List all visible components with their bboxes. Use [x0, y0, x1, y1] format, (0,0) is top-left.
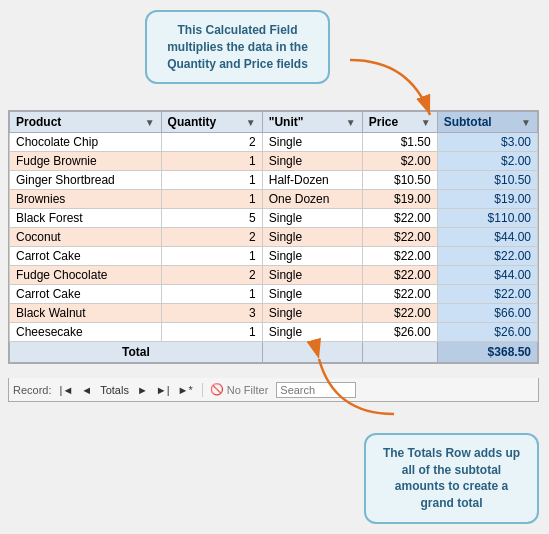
cell-3-row-8: $22.00 — [362, 285, 437, 304]
callout-top: This Calculated Field multiplies the dat… — [145, 10, 330, 84]
table-row: Fudge Brownie1Single$2.00$2.00 — [10, 152, 538, 171]
col-product: Product ▼ — [10, 112, 162, 133]
cell-4-row-4: $110.00 — [437, 209, 537, 228]
cell-4-row-6: $22.00 — [437, 247, 537, 266]
cell-2-row-7: Single — [262, 266, 362, 285]
table-row: Carrot Cake1Single$22.00$22.00 — [10, 247, 538, 266]
table-row: Chocolate Chip2Single$1.50$3.00 — [10, 133, 538, 152]
cell-3-row-4: $22.00 — [362, 209, 437, 228]
cell-0-row-2: Ginger Shortbread — [10, 171, 162, 190]
cell-2-row-4: Single — [262, 209, 362, 228]
table-row: Black Forest5Single$22.00$110.00 — [10, 209, 538, 228]
cell-3-row-10: $26.00 — [362, 323, 437, 342]
table-row: Ginger Shortbread1Half-Dozen$10.50$10.50 — [10, 171, 538, 190]
table-row: Brownies1One Dozen$19.00$19.00 — [10, 190, 538, 209]
cell-2-row-2: Half-Dozen — [262, 171, 362, 190]
cell-3-row-5: $22.00 — [362, 228, 437, 247]
callout-top-text: This Calculated Field multiplies the dat… — [167, 23, 308, 71]
table-row: Fudge Chocolate2Single$22.00$44.00 — [10, 266, 538, 285]
no-filter-area: 🚫 No Filter — [210, 383, 269, 396]
cell-0-row-9: Black Walnut — [10, 304, 162, 323]
nav-totals-label: Totals — [100, 384, 129, 396]
cell-3-row-9: $22.00 — [362, 304, 437, 323]
cell-0-row-4: Black Forest — [10, 209, 162, 228]
cell-0-row-10: Cheesecake — [10, 323, 162, 342]
nav-new-button[interactable]: ►* — [176, 384, 195, 396]
col-quantity: Quantity ▼ — [161, 112, 262, 133]
callout-bottom: The Totals Row adds up all of the subtot… — [364, 433, 539, 524]
cell-2-row-3: One Dozen — [262, 190, 362, 209]
cell-2-row-1: Single — [262, 152, 362, 171]
arrow-top-svg — [330, 55, 450, 130]
record-label: Record: — [13, 384, 52, 396]
cell-2-row-10: Single — [262, 323, 362, 342]
cell-3-row-3: $19.00 — [362, 190, 437, 209]
cell-4-row-8: $22.00 — [437, 285, 537, 304]
filter-product-icon[interactable]: ▼ — [145, 117, 155, 128]
cell-0-row-1: Fudge Brownie — [10, 152, 162, 171]
cell-1-row-2: 1 — [161, 171, 262, 190]
filter-subtotal-icon[interactable]: ▼ — [521, 117, 531, 128]
cell-2-row-8: Single — [262, 285, 362, 304]
cell-3-row-6: $22.00 — [362, 247, 437, 266]
cell-1-row-6: 1 — [161, 247, 262, 266]
table-header-row: Product ▼ Quantity ▼ "Unit" ▼ — [10, 112, 538, 133]
cell-4-row-9: $66.00 — [437, 304, 537, 323]
total-subtotal: $368.50 — [437, 342, 537, 363]
cell-1-row-0: 2 — [161, 133, 262, 152]
table-row: Carrot Cake1Single$22.00$22.00 — [10, 285, 538, 304]
cell-3-row-7: $22.00 — [362, 266, 437, 285]
callout-bottom-text: The Totals Row adds up all of the subtot… — [383, 446, 520, 510]
cell-1-row-7: 2 — [161, 266, 262, 285]
cell-2-row-0: Single — [262, 133, 362, 152]
cell-4-row-2: $10.50 — [437, 171, 537, 190]
no-filter-label: No Filter — [227, 384, 269, 396]
cell-4-row-0: $3.00 — [437, 133, 537, 152]
cell-1-row-4: 5 — [161, 209, 262, 228]
table-row: Cheesecake1Single$26.00$26.00 — [10, 323, 538, 342]
cell-1-row-3: 1 — [161, 190, 262, 209]
cell-1-row-10: 1 — [161, 323, 262, 342]
table-row: Coconut2Single$22.00$44.00 — [10, 228, 538, 247]
cell-0-row-3: Brownies — [10, 190, 162, 209]
cell-4-row-7: $44.00 — [437, 266, 537, 285]
cell-0-row-7: Fudge Chocolate — [10, 266, 162, 285]
cell-3-row-0: $1.50 — [362, 133, 437, 152]
nav-bar: Record: |◄ ◄ Totals ► ►| ►* 🚫 No Filter — [8, 378, 539, 402]
cell-1-row-1: 1 — [161, 152, 262, 171]
cell-0-row-5: Coconut — [10, 228, 162, 247]
total-label: Total — [10, 342, 263, 363]
cell-2-row-6: Single — [262, 247, 362, 266]
main-container: This Calculated Field multiplies the dat… — [0, 0, 549, 534]
nav-last-button[interactable]: ►| — [154, 384, 172, 396]
cell-4-row-1: $2.00 — [437, 152, 537, 171]
cell-3-row-2: $10.50 — [362, 171, 437, 190]
cell-2-row-5: Single — [262, 228, 362, 247]
cell-1-row-9: 3 — [161, 304, 262, 323]
cell-2-row-9: Single — [262, 304, 362, 323]
nav-divider — [202, 383, 203, 397]
arrow-bottom-svg — [314, 349, 414, 419]
cell-0-row-6: Carrot Cake — [10, 247, 162, 266]
nav-first-button[interactable]: |◄ — [58, 384, 76, 396]
table-body: Chocolate Chip2Single$1.50$3.00Fudge Bro… — [10, 133, 538, 342]
nav-next-button[interactable]: ► — [135, 384, 150, 396]
table-wrapper: Product ▼ Quantity ▼ "Unit" ▼ — [8, 110, 539, 364]
cell-4-row-10: $26.00 — [437, 323, 537, 342]
cell-0-row-8: Carrot Cake — [10, 285, 162, 304]
col-subtotal: Subtotal ▼ — [437, 112, 537, 133]
nav-prev-button[interactable]: ◄ — [79, 384, 94, 396]
filter-funnel-icon: 🚫 — [210, 383, 224, 396]
cell-1-row-8: 1 — [161, 285, 262, 304]
cell-4-row-3: $19.00 — [437, 190, 537, 209]
data-table: Product ▼ Quantity ▼ "Unit" ▼ — [9, 111, 538, 363]
cell-3-row-1: $2.00 — [362, 152, 437, 171]
cell-1-row-5: 2 — [161, 228, 262, 247]
table-row: Black Walnut3Single$22.00$66.00 — [10, 304, 538, 323]
cell-4-row-5: $44.00 — [437, 228, 537, 247]
cell-0-row-0: Chocolate Chip — [10, 133, 162, 152]
total-row: Total $368.50 — [10, 342, 538, 363]
filter-quantity-icon[interactable]: ▼ — [246, 117, 256, 128]
